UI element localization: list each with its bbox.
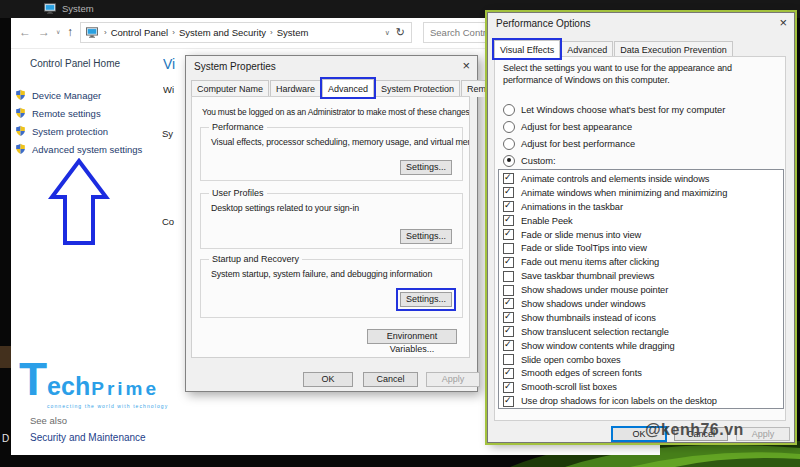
forward-icon[interactable]: → — [38, 25, 50, 39]
cancel-button[interactable]: Cancel — [363, 372, 418, 387]
checkbox-option[interactable]: Fade out menu items after clicking — [499, 255, 783, 269]
group-description: Desktop settings related to your sign-in — [211, 203, 359, 213]
checkbox-option[interactable]: Show window contents while dragging — [499, 339, 783, 353]
tab-label: System Protection — [381, 84, 454, 94]
visual-effects-radio-group: Let Windows choose what's best for my co… — [503, 101, 725, 169]
user-profiles-group: User Profiles Desktop settings related t… — [200, 193, 463, 249]
checkbox-option[interactable]: Show shadows under windows — [499, 297, 783, 311]
security-and-maintenance-link[interactable]: Security and Maintenance — [30, 432, 146, 443]
breadcrumb: › Control Panel › System and Security › … — [100, 27, 308, 38]
radio-option[interactable]: Adjust for best appearance — [503, 118, 725, 135]
address-location-icon — [86, 27, 98, 38]
checkbox-option[interactable]: Fade or slide ToolTips into view — [499, 241, 783, 255]
checkbox-icon — [503, 298, 514, 309]
apply-button[interactable]: Apply — [426, 372, 480, 387]
tab-label: Computer Name — [197, 84, 263, 94]
sidebar-item-label: Device Manager — [32, 90, 101, 101]
visual-effects-tab-pane: Select the settings you want to use for … — [494, 56, 786, 421]
checkbox-icon — [503, 229, 514, 240]
refresh-icon[interactable]: ↻ — [393, 26, 408, 39]
apply-button[interactable]: Apply — [736, 427, 790, 441]
checkbox-label: Fade or slide ToolTips into view — [521, 243, 647, 253]
group-title: Startup and Recovery — [209, 254, 302, 264]
uac-shield-icon — [15, 125, 26, 137]
system-window-title: System — [62, 0, 94, 18]
checkbox-icon — [503, 340, 514, 351]
tab-label: Data Execution Prevention — [620, 45, 727, 55]
checkbox-label: Animations in the taskbar — [521, 202, 623, 212]
environment-variables-button[interactable]: Environment Variables... — [367, 329, 457, 344]
tab-label: Advanced — [567, 45, 607, 55]
desktop-artifact — [0, 346, 11, 368]
group-description: System startup, system failure, and debu… — [211, 269, 432, 279]
sidebar-item[interactable]: Remote settings — [15, 104, 142, 122]
checkbox-label: Smooth edges of screen fonts — [521, 368, 642, 378]
close-icon[interactable]: × — [779, 15, 787, 30]
radio-option[interactable]: Custom: — [503, 152, 725, 169]
sidebar-item-control-panel-home[interactable]: Control Panel Home — [30, 58, 120, 69]
checkbox-option[interactable]: Fade or slide menus into view — [499, 228, 783, 242]
breadcrumb-item[interactable]: System — [277, 27, 309, 38]
performance-options-dialog: Performance Options × Visual EffectsAdva… — [487, 12, 795, 443]
checkbox-option[interactable]: Show translucent selection rectangle — [499, 325, 783, 339]
tab[interactable]: System Protection — [375, 80, 460, 97]
checkbox-option[interactable]: Smooth-scroll list boxes — [499, 380, 783, 394]
address-dropdown-icon[interactable]: ∨ — [382, 29, 393, 37]
checkbox-option[interactable]: Enable Peek — [499, 214, 783, 228]
tab[interactable]: Computer Name — [191, 80, 269, 97]
system-properties-dialog: System Properties × Computer NameHardwar… — [185, 55, 478, 392]
radio-option[interactable]: Adjust for best performance — [503, 135, 725, 152]
startup-recovery-group: Startup and Recovery System startup, sys… — [200, 259, 463, 318]
address-bar[interactable]: › Control Panel › System and Security › … — [80, 22, 412, 43]
checkbox-icon — [503, 354, 514, 365]
checkbox-option[interactable]: Use drop shadows for icon labels on the … — [499, 394, 783, 408]
checkbox-option[interactable]: Show shadows under mouse pointer — [499, 283, 783, 297]
checkbox-option[interactable]: Slide open combo boxes — [499, 353, 783, 367]
sidebar-item-label: Advanced system settings — [32, 144, 142, 155]
performance-settings-button[interactable]: Settings... — [400, 160, 452, 175]
close-icon[interactable]: × — [462, 58, 470, 73]
group-description: Visual effects, processor scheduling, me… — [211, 137, 470, 147]
checkbox-icon — [503, 271, 514, 282]
up-icon[interactable]: ↑ — [67, 25, 73, 39]
logo-tagline: connecting the world with technology — [47, 404, 168, 409]
breadcrumb-item[interactable]: Control Panel — [111, 27, 169, 38]
back-icon[interactable]: ← — [19, 25, 31, 39]
checkbox-label: Show shadows under windows — [521, 299, 646, 309]
tab[interactable]: Hardware — [270, 80, 321, 97]
breadcrumb-item[interactable]: System and Security — [179, 27, 266, 38]
visual-effects-checkbox-list: Animate controls and elements inside win… — [498, 169, 784, 409]
tab[interactable]: Visual Effects — [494, 40, 560, 58]
checkbox-icon — [503, 215, 514, 226]
checkbox-label: Animate windows when minimizing and maxi… — [521, 188, 727, 198]
radio-option[interactable]: Let Windows choose what's best for my co… — [503, 101, 725, 118]
logo-text-main: Tech — [19, 356, 90, 402]
sidebar-task-links: Device Manager Remote settings System pr… — [15, 86, 142, 158]
checkbox-option[interactable]: Smooth edges of screen fonts — [499, 366, 783, 380]
checkbox-option[interactable]: Animate windows when minimizing and maxi… — [499, 186, 783, 200]
checkbox-option[interactable]: Show thumbnails instead of icons — [499, 311, 783, 325]
desktop-icon-label-fragment: D — [2, 433, 9, 444]
tab[interactable]: Advanced — [322, 79, 374, 97]
sidebar-item[interactable]: Device Manager — [15, 86, 142, 104]
checkbox-label: Animate controls and elements inside win… — [521, 174, 709, 184]
logo-text-secondary: Prime — [91, 378, 159, 399]
ok-button[interactable]: OK — [303, 372, 353, 387]
startup-recovery-settings-button[interactable]: Settings... — [400, 292, 452, 307]
history-dropdown-icon[interactable]: ∨ — [56, 28, 60, 35]
content-fragment: Co — [162, 216, 184, 227]
checkbox-icon — [503, 187, 514, 198]
group-title: User Profiles — [209, 188, 267, 198]
sidebar-item[interactable]: System protection — [15, 122, 142, 140]
radio-label: Adjust for best performance — [521, 139, 635, 149]
group-title: Performance — [209, 122, 267, 132]
checkbox-option[interactable]: Animations in the taskbar — [499, 200, 783, 214]
radio-icon — [503, 138, 515, 150]
checkbox-label: Enable Peek — [521, 216, 573, 226]
checkbox-option[interactable]: Save taskbar thumbnail previews — [499, 269, 783, 283]
dialog-title: System Properties — [194, 61, 276, 72]
sidebar-item[interactable]: Advanced system settings — [15, 140, 142, 158]
breadcrumb-separator: › — [172, 28, 175, 37]
checkbox-option[interactable]: Animate controls and elements inside win… — [499, 172, 783, 186]
user-profiles-settings-button[interactable]: Settings... — [400, 229, 452, 244]
